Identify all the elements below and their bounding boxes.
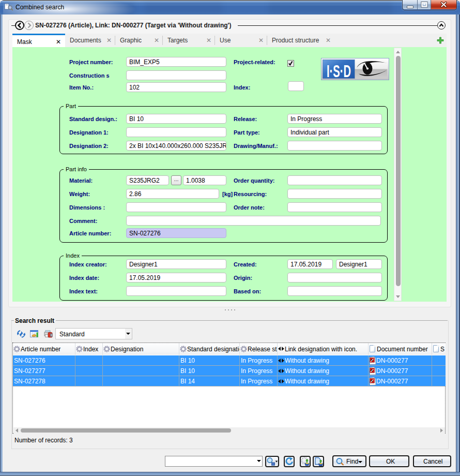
svg-text:I·S·D: I·S·D	[327, 61, 351, 80]
